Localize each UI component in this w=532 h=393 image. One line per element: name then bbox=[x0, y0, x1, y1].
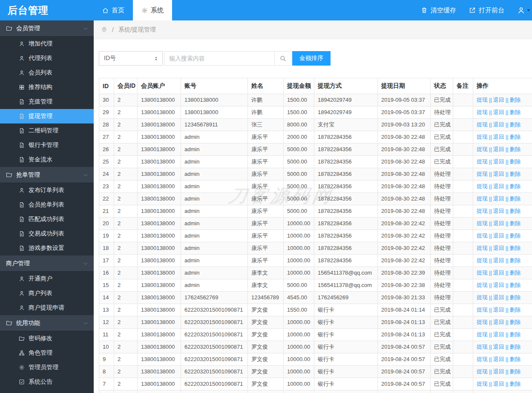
op-return-link[interactable]: 退回 bbox=[493, 220, 504, 227]
op-return-link[interactable]: 退回 bbox=[493, 294, 504, 301]
op-delete-link[interactable]: 删除 bbox=[510, 97, 521, 103]
sidebar-item-referral-structure[interactable]: 推荐结构 bbox=[0, 80, 94, 95]
op-withdraw-link[interactable]: 提现 bbox=[477, 109, 488, 115]
sidebar-item-member-grab-list[interactable]: 会员抢单列表 bbox=[0, 198, 94, 212]
op-withdraw-link[interactable]: 提现 bbox=[477, 183, 488, 189]
sidebar-section-order-grab-management[interactable]: 抢单管理 bbox=[0, 167, 94, 183]
op-delete-link[interactable]: 删除 bbox=[510, 319, 521, 325]
op-withdraw-link[interactable]: 提现 bbox=[477, 220, 488, 227]
sidebar-item-agent-list[interactable]: 代理列表 bbox=[0, 51, 94, 66]
op-delete-link[interactable]: 删除 bbox=[510, 344, 521, 350]
sidebar-item-password-change[interactable]: 密码修改 bbox=[0, 331, 94, 346]
op-return-link[interactable]: 退回 bbox=[493, 109, 504, 115]
op-withdraw-link[interactable]: 提现 bbox=[477, 356, 488, 362]
sidebar-section-common-functions[interactable]: 统用功能 bbox=[0, 315, 94, 331]
op-delete-link[interactable]: 删除 bbox=[510, 245, 521, 251]
op-delete-link[interactable]: 删除 bbox=[510, 307, 521, 313]
op-return-link[interactable]: 退回 bbox=[493, 270, 504, 276]
op-return-link[interactable]: 退回 bbox=[493, 208, 504, 214]
op-return-link[interactable]: 退回 bbox=[493, 368, 504, 375]
sidebar-item-bankcard-management[interactable]: 银行卡管理 bbox=[0, 138, 94, 152]
op-delete-link[interactable]: 删除 bbox=[510, 282, 521, 288]
op-withdraw-link[interactable]: 提现 bbox=[477, 171, 488, 177]
op-return-link[interactable]: 退回 bbox=[493, 158, 504, 165]
op-return-link[interactable]: 退回 bbox=[493, 195, 504, 202]
sidebar-item-open-merchant[interactable]: 开通商户 bbox=[0, 272, 94, 286]
sidebar-item-withdraw-management[interactable]: 提现管理 bbox=[0, 109, 94, 123]
op-delete-link[interactable]: 删除 bbox=[510, 146, 521, 152]
sidebar-section-member-management[interactable]: 会员管理 bbox=[0, 20, 94, 37]
op-withdraw-link[interactable]: 提现 bbox=[477, 208, 488, 214]
op-return-link[interactable]: 退回 bbox=[493, 282, 504, 288]
op-delete-link[interactable]: 删除 bbox=[510, 232, 521, 239]
op-return-link[interactable]: 退回 bbox=[493, 183, 504, 189]
search-button[interactable] bbox=[275, 51, 291, 66]
op-return-link[interactable]: 退回 bbox=[493, 319, 504, 325]
op-delete-link[interactable]: 删除 bbox=[510, 368, 521, 375]
sidebar-item-role-management[interactable]: 角色管理 bbox=[0, 346, 94, 360]
op-withdraw-link[interactable]: 提现 bbox=[477, 97, 488, 103]
op-withdraw-link[interactable]: 提现 bbox=[477, 146, 488, 152]
sidebar-item-trade-success-list[interactable]: 交易成功列表 bbox=[0, 227, 94, 241]
op-return-link[interactable]: 退回 bbox=[493, 257, 504, 264]
op-withdraw-link[interactable]: 提现 bbox=[477, 158, 488, 165]
sidebar-item-member-list[interactable]: 会员列表 bbox=[0, 66, 94, 80]
op-withdraw-link[interactable]: 提现 bbox=[477, 294, 488, 301]
op-withdraw-link[interactable]: 提现 bbox=[477, 195, 488, 202]
op-return-link[interactable]: 退回 bbox=[493, 134, 504, 140]
op-delete-link[interactable]: 删除 bbox=[510, 270, 521, 276]
op-delete-link[interactable]: 删除 bbox=[510, 356, 521, 362]
op-delete-link[interactable]: 删除 bbox=[510, 109, 521, 115]
op-delete-link[interactable]: 删除 bbox=[510, 208, 521, 214]
op-withdraw-link[interactable]: 提现 bbox=[477, 319, 488, 325]
op-withdraw-link[interactable]: 提现 bbox=[477, 232, 488, 239]
sidebar-item-match-success-list[interactable]: 匹配成功列表 bbox=[0, 212, 94, 227]
op-delete-link[interactable]: 删除 bbox=[510, 158, 521, 165]
op-return-link[interactable]: 退回 bbox=[493, 232, 504, 239]
op-return-link[interactable]: 退回 bbox=[493, 245, 504, 251]
op-delete-link[interactable]: 删除 bbox=[510, 195, 521, 202]
op-withdraw-link[interactable]: 提现 bbox=[477, 257, 488, 264]
sidebar-section-merchant-management[interactable]: 商户管理 bbox=[0, 255, 94, 272]
tab-home[interactable]: 首页 bbox=[94, 0, 133, 20]
op-withdraw-link[interactable]: 提现 bbox=[477, 331, 488, 338]
sidebar-item-admin-management[interactable]: 管理员管理 bbox=[0, 360, 94, 375]
op-delete-link[interactable]: 删除 bbox=[510, 121, 521, 128]
op-delete-link[interactable]: 删除 bbox=[510, 294, 521, 301]
op-withdraw-link[interactable]: 提现 bbox=[477, 381, 488, 387]
search-filter-select[interactable]: ID号 bbox=[99, 51, 163, 66]
op-withdraw-link[interactable]: 提现 bbox=[477, 307, 488, 313]
op-delete-link[interactable]: 删除 bbox=[510, 220, 521, 227]
op-delete-link[interactable]: 删除 bbox=[510, 134, 521, 140]
sidebar-item-qrcode-management[interactable]: 二维码管理 bbox=[0, 123, 94, 138]
op-delete-link[interactable]: 删除 bbox=[510, 257, 521, 264]
op-withdraw-link[interactable]: 提现 bbox=[477, 282, 488, 288]
op-delete-link[interactable]: 删除 bbox=[510, 171, 521, 177]
op-return-link[interactable]: 退回 bbox=[493, 307, 504, 313]
search-input[interactable] bbox=[164, 51, 275, 66]
op-return-link[interactable]: 退回 bbox=[493, 331, 504, 338]
op-return-link[interactable]: 退回 bbox=[493, 171, 504, 177]
op-delete-link[interactable]: 删除 bbox=[510, 381, 521, 387]
op-return-link[interactable]: 退回 bbox=[493, 146, 504, 152]
sidebar-item-add-agent[interactable]: 增加代理 bbox=[0, 37, 94, 51]
open-frontend-button[interactable]: 打开前台 bbox=[469, 6, 504, 14]
sidebar-item-system-notice[interactable]: 系统公告 bbox=[0, 375, 94, 389]
op-return-link[interactable]: 退回 bbox=[493, 356, 504, 362]
op-return-link[interactable]: 退回 bbox=[493, 121, 504, 128]
op-withdraw-link[interactable]: 提现 bbox=[477, 134, 488, 140]
amount-sort-button[interactable]: 金额排序 bbox=[292, 51, 331, 66]
op-withdraw-link[interactable]: 提现 bbox=[477, 121, 488, 128]
clear-cache-button[interactable]: 清空缓存 bbox=[421, 6, 456, 14]
op-delete-link[interactable]: 删除 bbox=[510, 183, 521, 189]
sidebar-item-recharge-management[interactable]: 充值管理 bbox=[0, 95, 94, 109]
op-withdraw-link[interactable]: 提现 bbox=[477, 270, 488, 276]
op-withdraw-link[interactable]: 提现 bbox=[477, 245, 488, 251]
op-return-link[interactable]: 退回 bbox=[493, 97, 504, 103]
sidebar-item-game-params-settings[interactable]: 游戏参数设置 bbox=[0, 241, 94, 255]
op-return-link[interactable]: 退回 bbox=[493, 381, 504, 387]
sidebar-item-merchant-withdraw-request[interactable]: 商户提现申请 bbox=[0, 301, 94, 315]
op-withdraw-link[interactable]: 提现 bbox=[477, 368, 488, 375]
sidebar-item-merchant-list[interactable]: 商户列表 bbox=[0, 286, 94, 301]
op-delete-link[interactable]: 删除 bbox=[510, 331, 521, 338]
